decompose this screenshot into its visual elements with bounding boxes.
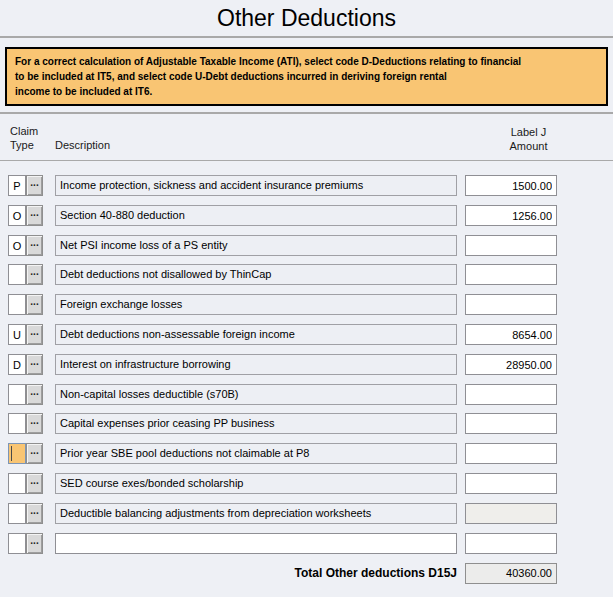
amount-input[interactable] — [465, 443, 557, 464]
claim-type-picker-button[interactable]: ... — [26, 294, 43, 315]
ati-notice-box: For a correct calculation of Adjustable … — [5, 47, 608, 106]
row-section-40-880: ... Section 40-880 deduction — [0, 205, 613, 226]
description-field: Foreign exchange losses — [55, 294, 457, 315]
other-deductions-form: Other Deductions For a correct calculati… — [0, 0, 613, 597]
description-field: Deductible balancing adjustments from de… — [55, 503, 457, 524]
claim-type-picker-button[interactable]: ... — [26, 503, 43, 524]
amount-input[interactable] — [465, 354, 557, 375]
column-header-description: Description — [55, 139, 110, 151]
total-amount-field: 40360.00 — [465, 563, 557, 584]
column-header-amount: Label J Amount — [465, 125, 592, 153]
amount-input[interactable] — [465, 264, 557, 285]
row-thincap: ... Debt deductions not disallowed by Th… — [0, 264, 613, 285]
claim-type-input[interactable] — [8, 205, 26, 226]
row-sbe-pool-deductions: ... Prior year SBE pool deductions not c… — [0, 443, 613, 464]
divider — [0, 112, 613, 114]
claim-type-picker-button[interactable]: ... — [26, 235, 43, 256]
description-field: Non-capital losses deductible (s70B) — [55, 384, 457, 405]
amount-input[interactable] — [465, 473, 557, 494]
amount-input[interactable] — [465, 324, 557, 345]
amount-input[interactable] — [465, 235, 557, 256]
column-header-claim: Claim — [10, 125, 38, 137]
description-field: Prior year SBE pool deductions not claim… — [55, 443, 457, 464]
description-field: Debt deductions not disallowed by ThinCa… — [55, 264, 457, 285]
text-caret — [11, 446, 12, 461]
claim-type-picker-button[interactable]: ... — [26, 175, 43, 196]
description-field: Section 40-880 deduction — [55, 205, 457, 226]
row-sed-course: ... SED course exes/bonded scholarship — [0, 473, 613, 494]
page-title: Other Deductions — [0, 5, 613, 32]
row-blank-entry: ... — [0, 533, 613, 554]
claim-type-picker-button[interactable]: ... — [26, 354, 43, 375]
claim-type-picker-button[interactable]: ... — [26, 413, 43, 434]
amount-input[interactable] — [465, 175, 557, 196]
claim-type-input[interactable] — [8, 235, 26, 256]
description-input[interactable] — [55, 533, 457, 554]
row-non-capital-losses: ... Non-capital losses deductible (s70B) — [0, 384, 613, 405]
claim-type-input[interactable] — [8, 533, 26, 554]
claim-type-input[interactable] — [8, 264, 26, 285]
row-capital-expenses-pp: ... Capital expenses prior ceasing PP bu… — [0, 413, 613, 434]
claim-type-picker-button[interactable]: ... — [26, 443, 43, 464]
claim-type-picker-button[interactable]: ... — [26, 324, 43, 345]
amount-input[interactable] — [465, 413, 557, 434]
row-net-psi-loss: ... Net PSI income loss of a PS entity — [0, 235, 613, 256]
amount-input[interactable] — [465, 205, 557, 226]
column-header-claim-type: Type — [10, 139, 34, 151]
claim-type-input[interactable] — [8, 384, 26, 405]
claim-type-input[interactable] — [8, 324, 26, 345]
column-header-label-j: Label J — [465, 125, 592, 139]
row-forex-losses: ... Foreign exchange losses — [0, 294, 613, 315]
claim-type-input[interactable] — [8, 503, 26, 524]
description-field: Interest on infrastructure borrowing — [55, 354, 457, 375]
description-field: SED course exes/bonded scholarship — [55, 473, 457, 494]
claim-type-picker-button[interactable]: ... — [26, 205, 43, 226]
row-income-protection: ... Income protection, sickness and acci… — [0, 175, 613, 196]
description-field: Debt deductions non-assessable foreign i… — [55, 324, 457, 345]
claim-type-input[interactable] — [8, 354, 26, 375]
claim-type-picker-button[interactable]: ... — [26, 533, 43, 554]
description-field: Capital expenses prior ceasing PP busine… — [55, 413, 457, 434]
claim-type-picker-button[interactable]: ... — [26, 264, 43, 285]
claim-type-input[interactable] — [8, 413, 26, 434]
total-label: Total Other deductions D15J — [0, 566, 457, 580]
divider — [0, 36, 613, 38]
row-infrastructure-borrowing: ... Interest on infrastructure borrowing — [0, 354, 613, 375]
amount-input[interactable] — [465, 533, 557, 554]
claim-type-input[interactable] — [8, 175, 26, 196]
amount-input[interactable] — [465, 384, 557, 405]
row-debt-deductions-foreign: ... Debt deductions non-assessable forei… — [0, 324, 613, 345]
description-field: Net PSI income loss of a PS entity — [55, 235, 457, 256]
claim-type-picker-button[interactable]: ... — [26, 473, 43, 494]
description-field: Income protection, sickness and accident… — [55, 175, 457, 196]
amount-input[interactable] — [465, 294, 557, 315]
column-header-amount-text: Amount — [465, 139, 592, 153]
claim-type-input[interactable] — [8, 473, 26, 494]
claim-type-picker-button[interactable]: ... — [26, 384, 43, 405]
divider — [0, 160, 613, 161]
claim-type-input[interactable] — [8, 294, 26, 315]
row-depreciation-adjustments: ... Deductible balancing adjustments fro… — [0, 503, 613, 524]
amount-input-disabled — [465, 503, 557, 524]
